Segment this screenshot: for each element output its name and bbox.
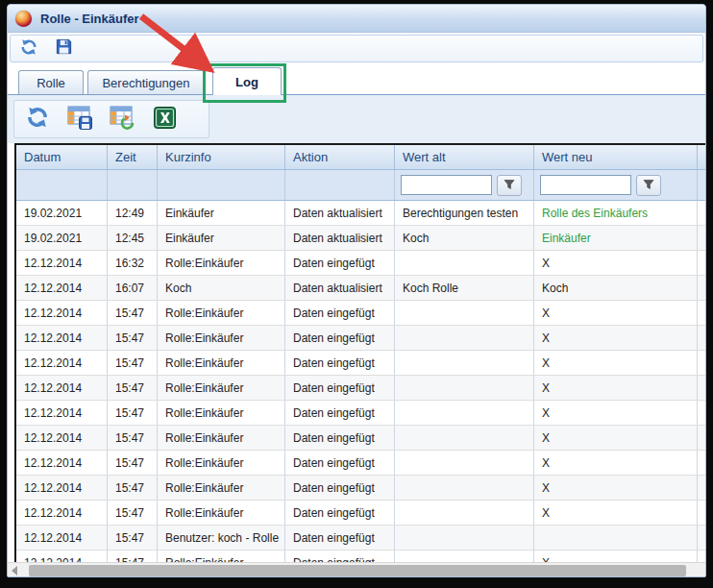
save-button[interactable]	[53, 38, 74, 60]
cell-sliver	[698, 451, 705, 475]
cell-kurzinfo: Rolle:Einkäufer	[158, 476, 285, 500]
cell-sliver	[698, 426, 705, 450]
table-row[interactable]: 12.12.201415:47Rolle:EinkäuferDaten eing…	[16, 301, 705, 326]
table-row[interactable]: 12.12.201415:47Rolle:EinkäuferDaten eing…	[16, 376, 705, 401]
cell-zeit: 15:47	[108, 351, 158, 375]
cell-sliver	[698, 501, 705, 525]
cell-aktion: Daten eingefügt	[285, 426, 395, 450]
table-row[interactable]: 12.12.201415:47Benutzer: koch - RolleDat…	[16, 526, 705, 551]
cell-wert-alt	[395, 351, 534, 375]
cell-sliver	[698, 326, 705, 350]
table-save-icon	[67, 105, 93, 135]
cell-aktion: Daten eingefügt	[285, 351, 395, 375]
cell-zeit: 15:47	[108, 476, 158, 500]
cell-aktion: Daten eingefügt	[285, 451, 395, 475]
cell-wert-alt	[395, 376, 534, 400]
cell-sliver	[698, 376, 705, 400]
cell-wert-alt	[395, 476, 534, 500]
cell-wert-neu: Einkäufer	[534, 226, 698, 250]
column-header-kurzinfo[interactable]: Kurzinfo	[158, 145, 285, 169]
table-row[interactable]: 12.12.201415:47Rolle:EinkäuferDaten eing…	[16, 476, 705, 501]
tab-log[interactable]: Log	[212, 67, 282, 95]
column-header-zeit[interactable]: Zeit	[108, 145, 158, 169]
filter-cell-zeit	[108, 170, 158, 200]
excel-export-icon	[153, 106, 177, 134]
cell-datum: 12.12.2014	[16, 376, 108, 400]
cell-zeit: 16:32	[108, 251, 158, 275]
column-header-wert-alt[interactable]: Wert alt	[395, 145, 534, 169]
scrollbar-thumb[interactable]	[29, 565, 686, 576]
tab-berechtigungen[interactable]: Berechtigungen	[87, 70, 205, 94]
table-rows: 19.02.202112:49EinkäuferDaten aktualisie…	[16, 201, 705, 562]
horizontal-scrollbar[interactable]	[8, 562, 705, 577]
table-row[interactable]: 12.12.201415:47Rolle:EinkäuferDaten eing…	[16, 501, 705, 526]
refresh-button[interactable]	[18, 38, 39, 60]
table-row[interactable]: 12.12.201415:47Rolle:EinkäuferDaten eing…	[16, 551, 705, 562]
cell-wert-alt	[395, 301, 534, 325]
cell-sliver	[698, 351, 705, 375]
cell-kurzinfo: Rolle:Einkäufer	[158, 401, 285, 425]
filter-cell-datum	[16, 170, 108, 200]
cell-datum: 19.02.2021	[16, 226, 108, 250]
cell-wert-alt: Berechtigungen testen	[395, 201, 534, 225]
cell-aktion: Daten eingefügt	[285, 526, 395, 550]
cell-kurzinfo: Rolle:Einkäufer	[158, 501, 285, 525]
table-row[interactable]: 19.02.202112:45EinkäuferDaten aktualisie…	[16, 226, 705, 251]
excel-export-button[interactable]	[151, 106, 178, 133]
table-row[interactable]: 12.12.201415:47Rolle:EinkäuferDaten eing…	[16, 401, 705, 426]
column-header-wert-neu[interactable]: Wert neu	[534, 145, 698, 169]
table-row[interactable]: 19.02.202112:49EinkäuferDaten aktualisie…	[16, 201, 705, 226]
column-header-datum[interactable]: Datum	[16, 145, 108, 169]
wert-alt-filter-input[interactable]	[401, 175, 492, 195]
cell-kurzinfo: Rolle:Einkäufer	[158, 301, 285, 325]
cell-kurzinfo: Rolle:Einkäufer	[158, 551, 285, 562]
app-window: Rolle - Einkäufer	[7, 4, 706, 577]
cell-datum: 12.12.2014	[16, 426, 108, 450]
cell-aktion: Daten eingefügt	[285, 551, 395, 562]
cell-aktion: Daten aktualisiert	[285, 201, 395, 225]
table-row[interactable]: 12.12.201415:47Rolle:EinkäuferDaten eing…	[16, 351, 705, 376]
cell-datum: 12.12.2014	[16, 301, 108, 325]
cell-wert-alt	[395, 326, 534, 350]
cell-aktion: Daten eingefügt	[285, 251, 395, 275]
wert-alt-filter-button[interactable]	[497, 175, 522, 196]
cell-zeit: 15:47	[108, 451, 158, 475]
cell-datum: 12.12.2014	[16, 351, 108, 375]
cell-kurzinfo: Einkäufer	[158, 226, 285, 250]
cell-kurzinfo: Einkäufer	[158, 201, 285, 225]
column-header-aktion[interactable]: Aktion	[285, 145, 395, 169]
table-row[interactable]: 12.12.201415:47Rolle:EinkäuferDaten eing…	[16, 326, 705, 351]
scroll-left-icon[interactable]	[12, 566, 17, 576]
cell-kurzinfo: Koch	[158, 276, 285, 300]
table-toolbar	[8, 95, 705, 143]
export-refresh-button[interactable]	[109, 106, 135, 133]
cell-zeit: 15:47	[108, 526, 158, 550]
cell-aktion: Daten aktualisiert	[285, 226, 395, 250]
cell-datum: 12.12.2014	[16, 401, 108, 425]
cell-zeit: 15:47	[108, 301, 158, 325]
wert-neu-filter-button[interactable]	[636, 175, 661, 196]
cell-wert-neu: X	[534, 451, 698, 475]
export-save-button[interactable]	[66, 106, 93, 133]
table-row[interactable]: 12.12.201416:07KochDaten aktualisiertKoc…	[16, 276, 705, 301]
cell-wert-neu: X	[534, 301, 698, 325]
cell-zeit: 15:47	[108, 401, 158, 425]
cell-datum: 12.12.2014	[16, 276, 108, 300]
table-row[interactable]: 12.12.201415:47Rolle:EinkäuferDaten eing…	[16, 426, 705, 451]
cell-kurzinfo: Benutzer: koch - Rolle	[158, 526, 285, 550]
cell-zeit: 12:49	[108, 201, 158, 225]
cell-sliver	[698, 251, 705, 275]
cell-wert-neu: X	[534, 551, 698, 562]
tab-rolle[interactable]: Rolle	[18, 70, 84, 94]
cell-datum: 12.12.2014	[16, 501, 108, 525]
table-refresh-button[interactable]	[24, 106, 51, 133]
cell-sliver	[698, 476, 705, 500]
window-title: Rolle - Einkäufer	[40, 12, 139, 26]
table-row[interactable]: 12.12.201415:47Rolle:EinkäuferDaten eing…	[16, 451, 705, 476]
cell-zeit: 15:47	[108, 551, 158, 562]
wert-neu-filter-input[interactable]	[540, 175, 631, 195]
cell-aktion: Daten eingefügt	[285, 376, 395, 400]
column-header-sliver	[698, 145, 705, 169]
table-row[interactable]: 12.12.201416:32Rolle:EinkäuferDaten eing…	[16, 251, 705, 276]
filter-cell-aktion	[285, 170, 395, 200]
